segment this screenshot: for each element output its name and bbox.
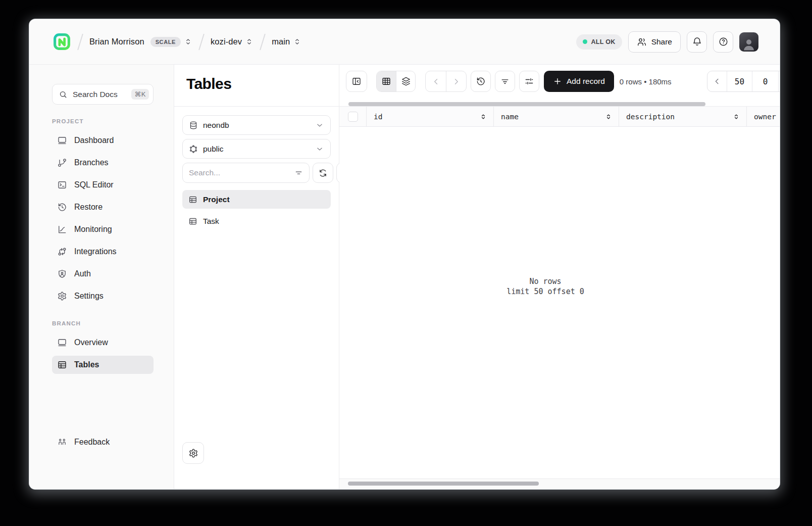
horizontal-scrollbar-bottom[interactable] <box>348 482 539 486</box>
breadcrumb-divider <box>198 33 205 50</box>
grid-header-row: id name description owner <box>339 107 780 127</box>
share-label: Share <box>651 37 672 46</box>
search-docs-label: Search Docs <box>73 90 118 99</box>
grid-toolbar: Add record 0 rows • 180ms 50 0 <box>339 65 780 92</box>
feedback-label: Feedback <box>74 438 110 447</box>
redo-button[interactable] <box>446 71 466 91</box>
page-size-input[interactable]: 50 <box>727 71 752 91</box>
plus-icon <box>553 77 562 86</box>
offset-input[interactable]: 0 <box>752 71 778 91</box>
refresh-tables-button[interactable] <box>313 163 333 183</box>
feedback-button[interactable]: Feedback <box>52 433 154 451</box>
sidebar-item-overview[interactable]: Overview <box>52 333 154 352</box>
sidebar-item-settings[interactable]: Settings <box>52 287 154 305</box>
chevron-down-icon <box>315 121 324 130</box>
sidebar-item-dashboard[interactable]: Dashboard <box>52 131 154 150</box>
schema-select[interactable]: public <box>182 139 331 159</box>
column-header-owner[interactable]: owner <box>747 107 780 126</box>
undo-button[interactable] <box>426 71 446 91</box>
search-docs-button[interactable]: Search Docs ⌘K <box>52 84 154 105</box>
filter-button[interactable] <box>495 71 515 92</box>
app-window: Brian Morrison SCALE kozi-dev main ALL O… <box>29 19 780 489</box>
panel-settings-button[interactable] <box>182 442 204 464</box>
sidebar-item-label: Settings <box>74 292 104 301</box>
sidebar-item-label: Tables <box>74 360 99 369</box>
avatar[interactable] <box>739 32 758 52</box>
org-switcher-button[interactable] <box>184 37 192 46</box>
breadcrumb-project[interactable]: kozi-dev <box>211 37 242 46</box>
grid-view-button[interactable] <box>377 71 396 91</box>
column-header-id[interactable]: id <box>367 107 494 126</box>
search-icon <box>59 90 68 99</box>
sidebar-item-sql-editor[interactable]: SQL Editor <box>52 176 154 194</box>
next-page-button[interactable] <box>778 71 780 91</box>
column-header-description[interactable]: description <box>619 107 747 126</box>
history-button[interactable] <box>471 71 491 92</box>
schema-icon <box>189 145 198 154</box>
sidebar-item-branches[interactable]: Branches <box>52 154 154 172</box>
help-button[interactable] <box>713 31 733 53</box>
schema-select-value: public <box>203 145 224 154</box>
select-all-checkbox[interactable] <box>348 112 358 122</box>
database-select[interactable]: neondb <box>182 115 331 135</box>
column-label: owner <box>754 113 776 121</box>
sidebar-item-auth[interactable]: Auth <box>52 265 154 283</box>
column-header-name[interactable]: name <box>494 107 619 126</box>
window-icon <box>57 135 67 146</box>
sort-icon <box>604 113 613 121</box>
add-record-button[interactable]: Add record <box>544 71 614 92</box>
neon-logo-icon[interactable] <box>53 32 71 51</box>
share-button[interactable]: Share <box>628 31 681 53</box>
project-switcher-button[interactable] <box>245 37 253 46</box>
breadcrumb-divider <box>260 33 266 50</box>
bell-icon <box>692 36 702 47</box>
filter-lines-icon <box>500 76 510 86</box>
breadcrumb-org[interactable]: Brian Morrison <box>89 37 144 46</box>
feedback-icon <box>57 437 67 447</box>
page-title: Tables <box>186 75 327 92</box>
table-name: Project <box>203 195 230 204</box>
layers-icon <box>401 76 411 86</box>
window-icon <box>57 338 67 348</box>
horizontal-scrollbar-top[interactable] <box>348 102 705 106</box>
view-mode-toggle <box>376 71 416 92</box>
notifications-button[interactable] <box>687 31 707 53</box>
top-header: Brian Morrison SCALE kozi-dev main ALL O… <box>29 19 780 65</box>
table-search-box <box>182 163 310 183</box>
sidebar-item-restore[interactable]: Restore <box>52 198 154 216</box>
search-shortcut-badge: ⌘K <box>131 89 149 100</box>
table-list-item-task[interactable]: Task <box>182 212 331 230</box>
column-label: name <box>501 113 519 121</box>
status-dot-icon <box>583 39 587 44</box>
chart-icon <box>57 224 67 234</box>
sidebar-item-label: Branches <box>74 158 109 167</box>
query-status: 0 rows • 180ms <box>620 77 672 86</box>
empty-state-line1: No rows <box>339 276 751 286</box>
gear-icon <box>188 448 198 458</box>
chevron-left-icon <box>713 77 722 86</box>
layers-view-button[interactable] <box>396 71 415 91</box>
breadcrumb-branch[interactable]: main <box>272 37 290 46</box>
branch-switcher-button[interactable] <box>293 37 301 46</box>
tables-panel: Tables neondb public <box>174 65 339 489</box>
integrations-icon <box>57 247 67 257</box>
sidebar-item-monitoring[interactable]: Monitoring <box>52 220 154 238</box>
table-list-item-project[interactable]: Project <box>182 190 331 209</box>
chevron-down-icon <box>315 145 324 154</box>
plan-badge: SCALE <box>150 37 181 47</box>
sidebar-item-label: Overview <box>74 338 108 347</box>
columns-settings-button[interactable] <box>519 71 539 92</box>
grid-footer-strip <box>339 479 780 489</box>
collapse-panel-icon <box>351 76 362 86</box>
sidebar-item-label: Restore <box>74 203 103 212</box>
table-search-input[interactable] <box>189 168 290 177</box>
status-badge[interactable]: ALL OK <box>576 34 622 50</box>
filter-lines-icon[interactable] <box>294 168 303 178</box>
chevron-left-icon <box>431 77 441 86</box>
prev-page-button[interactable] <box>707 71 727 91</box>
collapse-panel-button[interactable] <box>346 71 367 92</box>
empty-state-line2: limit 50 offset 0 <box>339 286 751 297</box>
pagination-control: 50 0 <box>707 71 780 92</box>
sidebar-item-integrations[interactable]: Integrations <box>52 243 154 261</box>
sidebar-item-tables[interactable]: Tables <box>52 356 154 374</box>
